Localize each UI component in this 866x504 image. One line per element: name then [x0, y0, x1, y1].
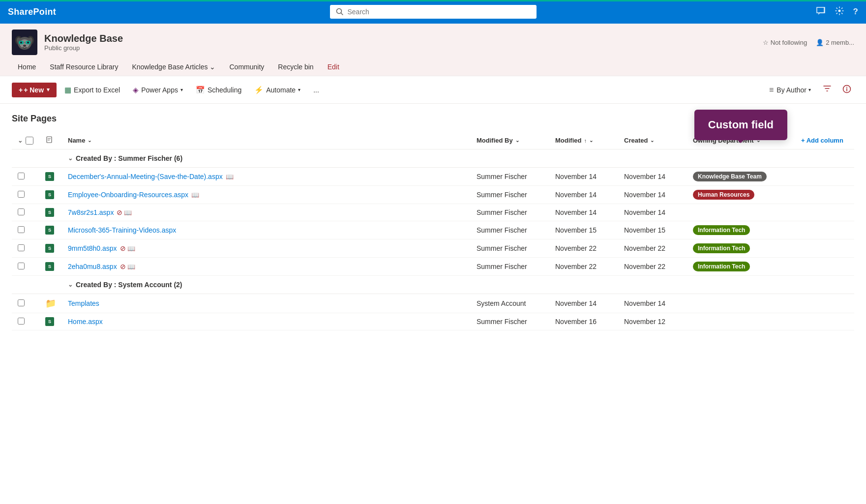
lines-icon: ≡ [769, 86, 774, 94]
list-table: ⌄ Name ⌄ Modified By ⌄ [12, 132, 854, 330]
error-icon: ⊘ [120, 244, 126, 252]
dept-cell: Information Tech [687, 258, 795, 276]
column-add-header[interactable]: + Add column [795, 132, 854, 149]
column-created-header[interactable]: Created ⌄ [618, 132, 687, 149]
scheduling-button[interactable]: 📅 Scheduling [191, 82, 246, 98]
table-row: S 2eha0mu8.aspx ⊘📖 Summer Fischer Novemb… [12, 258, 854, 276]
modified-cell: November 15 [549, 221, 618, 239]
content-area: Site Pages Custom field ⌄ Name ⌄ [0, 104, 866, 340]
svg-line-1 [341, 13, 343, 15]
sharepoint-file-icon: S [45, 208, 54, 217]
modified-by-cell: Summer Fischer [471, 168, 549, 186]
row-checkbox[interactable] [18, 173, 25, 179]
nav-kb-articles[interactable]: Knowledge Base Articles ⌄ [126, 59, 221, 76]
info-button[interactable] [839, 82, 854, 98]
select-all-checkbox[interactable] [26, 137, 33, 145]
dept-cell: Information Tech [687, 239, 795, 258]
export-excel-button[interactable]: ▦ Export to Excel [60, 82, 125, 98]
file-name[interactable]: December's-Annual-Meeting-(Save-the-Date… [68, 173, 223, 180]
file-name[interactable]: Templates [68, 299, 99, 307]
table-row: S 9mm5t8h0.aspx ⊘📖 Summer Fischer Novemb… [12, 239, 854, 258]
not-following-btn[interactable]: ☆ Not following [763, 39, 807, 46]
dept-badge: Information Tech [693, 243, 750, 253]
created-cell: November 22 [618, 258, 687, 276]
error-icon: ⊘ [117, 208, 122, 216]
chevron-down-icon: ▾ [180, 87, 183, 92]
book-icon: 📖 [226, 173, 234, 180]
site-identity: Knowledge Base Public group [12, 30, 123, 55]
row-checkbox[interactable] [18, 263, 25, 269]
toolbar: + + New ▾ ▦ Export to Excel ◈ Power Apps… [0, 76, 866, 104]
created-cell: November 12 [618, 313, 687, 330]
group-row: ⌄ Created By : Summer Fischer (6) [12, 149, 854, 168]
power-apps-button[interactable]: ◈ Power Apps ▾ [128, 82, 188, 98]
nav-staff-resource[interactable]: Staff Resource Library [44, 59, 124, 76]
column-check[interactable]: ⌄ [12, 132, 39, 149]
column-owning-dept-header[interactable]: Owning Department ⌄ [687, 132, 795, 149]
row-checkbox[interactable] [18, 318, 25, 325]
plus-icon: + [19, 86, 23, 94]
modified-cell: November 14 [549, 186, 618, 204]
group-expand-chevron[interactable]: ⌄ [68, 155, 73, 162]
column-file-icon-header [39, 132, 62, 149]
created-cell: November 14 [618, 204, 687, 221]
section-title: Site Pages [12, 114, 854, 124]
modified-by-cell: Summer Fischer [471, 221, 549, 239]
dropdown-arrow-icon: ▾ [47, 87, 50, 93]
created-cell: November 22 [618, 239, 687, 258]
file-name[interactable]: 9mm5t8h0.aspx [68, 244, 117, 252]
nav-home[interactable]: Home [12, 59, 42, 76]
by-author-button[interactable]: ≡ By Author ▾ [765, 83, 815, 97]
dept-badge: Information Tech [693, 225, 750, 235]
filter-button[interactable] [820, 81, 835, 98]
nav-community[interactable]: Community [223, 59, 270, 76]
file-name[interactable]: Microsoft-365-Training-Videos.aspx [68, 226, 176, 234]
file-name[interactable]: Employee-Onboarding-Resources.aspx [68, 191, 188, 199]
row-checkbox[interactable] [18, 208, 25, 215]
chevron-down-icon: ⌄ [209, 63, 215, 71]
dept-badge: Human Resources [693, 190, 754, 200]
row-checkbox[interactable] [18, 191, 25, 198]
row-checkbox[interactable] [18, 226, 25, 233]
created-cell: November 14 [618, 294, 687, 313]
person-icon: 👤 [816, 39, 824, 46]
members-link[interactable]: 👤 2 memb... [816, 39, 854, 46]
chat-icon[interactable] [816, 6, 826, 18]
file-name[interactable]: 7w8sr2s1.aspx [68, 208, 114, 216]
site-title: Knowledge Base [44, 33, 123, 44]
table-row: S December's-Annual-Meeting-(Save-the-Da… [12, 168, 854, 186]
new-button[interactable]: + + New ▾ [12, 83, 57, 97]
column-modified-by-header[interactable]: Modified By ⌄ [471, 132, 549, 149]
site-nav: Home Staff Resource Library Knowledge Ba… [12, 59, 854, 76]
modified-by-cell: Summer Fischer [471, 186, 549, 204]
expand-all-chevron[interactable]: ⌄ [18, 137, 23, 144]
automate-button[interactable]: ⚡ Automate ▾ [249, 82, 305, 98]
svg-point-13 [20, 42, 22, 44]
row-checkbox[interactable] [18, 299, 25, 306]
modified-by-cell: Summer Fischer [471, 313, 549, 330]
nav-edit[interactable]: Edit [322, 59, 345, 76]
row-checkbox[interactable] [18, 244, 25, 251]
star-icon: ☆ [763, 39, 769, 46]
column-modified-header[interactable]: Modified ↑ ⌄ [549, 132, 618, 149]
more-button[interactable]: ... [308, 83, 324, 97]
book-icon: 📖 [124, 209, 132, 216]
modby-sort-icon: ⌄ [515, 138, 519, 143]
search-input[interactable] [348, 8, 531, 16]
help-icon[interactable]: ? [853, 7, 858, 17]
file-name[interactable]: 2eha0mu8.aspx [68, 263, 117, 270]
sharepoint-file-icon: S [45, 172, 54, 181]
column-name-header[interactable]: Name ⌄ [62, 132, 471, 149]
dept-cell: Information Tech [687, 221, 795, 239]
dept-cell [687, 294, 795, 313]
group-expand-chevron[interactable]: ⌄ [68, 281, 73, 288]
file-name[interactable]: Home.aspx [68, 318, 103, 326]
book-icon: 📖 [191, 191, 199, 199]
excel-icon: ▦ [64, 86, 71, 94]
power-apps-icon: ◈ [133, 86, 139, 94]
search-icon [336, 8, 344, 16]
site-logo [12, 30, 37, 55]
modified-sort-arrow: ↑ [584, 138, 587, 144]
nav-recycle-bin[interactable]: Recycle bin [272, 59, 319, 76]
settings-icon[interactable] [835, 6, 844, 18]
